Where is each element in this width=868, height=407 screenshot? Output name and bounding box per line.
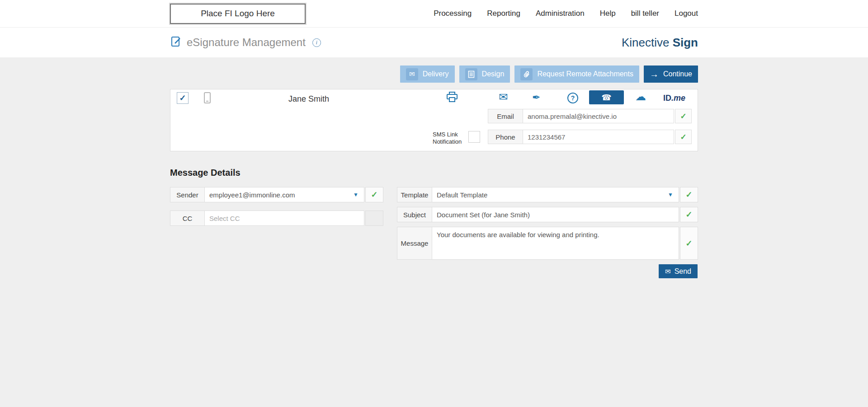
brand-product: Sign <box>673 36 698 49</box>
phone-input[interactable] <box>523 130 674 144</box>
design-button[interactable]: Design <box>459 65 510 83</box>
green-check-icon: ✓ <box>685 190 692 200</box>
green-check-icon: ✓ <box>680 112 686 121</box>
printer-icon[interactable] <box>445 91 458 106</box>
message-textarea[interactable]: Your documents are available for viewing… <box>432 227 679 260</box>
fi-logo-text: Place FI Logo Here <box>201 9 275 19</box>
nav-processing[interactable]: Processing <box>434 9 472 18</box>
green-check-icon: ✓ <box>685 210 692 220</box>
subject-row: Subject ✓ <box>397 207 698 222</box>
sender-select[interactable]: employee1@immonline.com ▼ <box>205 187 364 202</box>
mobile-device-icon <box>203 92 212 106</box>
green-check-icon: ✓ <box>371 190 377 200</box>
envelope-icon: ✉ <box>406 68 418 80</box>
subject-valid-indicator: ✓ <box>680 207 698 222</box>
cc-input[interactable] <box>205 211 364 226</box>
action-button-row: ✉ Delivery Design <box>170 65 698 83</box>
cc-row: CC <box>170 211 383 226</box>
esignature-document-icon <box>170 36 182 50</box>
phone-label: Phone <box>488 130 523 144</box>
nav-logout[interactable]: Logout <box>675 9 698 18</box>
recipient-checkbox[interactable]: ✓ <box>177 92 189 104</box>
top-nav: Processing Reporting Administration Help… <box>434 9 698 18</box>
email-delivery-icon[interactable]: ✉ <box>499 91 508 103</box>
phone-field-row: Phone ✓ <box>488 130 692 144</box>
nav-user-bill-teller[interactable]: bill teller <box>631 9 659 18</box>
green-check-icon: ✓ <box>680 132 686 142</box>
email-label: Email <box>488 109 523 123</box>
recipient-row: ✓ Jane Smith ✉ ✒ ? ☎ <box>170 89 698 151</box>
brand-name: Kinective <box>622 36 670 49</box>
document-icon <box>465 68 477 80</box>
sms-link-notification-label: SMS Link Notification <box>433 131 466 146</box>
nav-administration[interactable]: Administration <box>536 9 585 18</box>
cc-label: CC <box>170 211 205 226</box>
continue-button[interactable]: → Continue <box>644 65 698 83</box>
message-details-heading: Message Details <box>170 168 698 178</box>
chevron-down-icon: ▼ <box>353 192 359 198</box>
cc-empty-indicator <box>365 211 383 226</box>
phone-delivery-icon-selected[interactable]: ☎ <box>589 90 624 104</box>
page-header: eSignature Management i Kinective Sign <box>0 28 868 57</box>
info-icon[interactable]: i <box>312 38 321 47</box>
sender-selected-value: employee1@immonline.com <box>209 191 295 199</box>
template-valid-indicator: ✓ <box>680 187 698 202</box>
cloud-delivery-icon[interactable]: ☁ <box>635 90 646 103</box>
telephone-icon: ☎ <box>601 93 611 103</box>
envelope-icon: ✉ <box>665 267 671 276</box>
question-circle-icon[interactable]: ? <box>567 93 578 103</box>
continue-button-label: Continue <box>663 70 692 78</box>
message-row: Message Your documents are available for… <box>397 227 698 260</box>
work-area: ✉ Delivery Design <box>0 57 868 407</box>
idme-me-text: .me <box>671 94 685 103</box>
template-select[interactable]: Default Template ▼ <box>432 187 679 202</box>
brand-logo: Kinective Sign <box>622 36 698 50</box>
idme-id-text: ID <box>663 94 671 103</box>
arrow-right-icon: → <box>650 70 659 79</box>
paperclip-icon <box>520 68 533 80</box>
sender-row: Sender employee1@immonline.com ▼ ✓ <box>170 187 383 202</box>
sms-link-notification-checkbox[interactable] <box>468 131 480 143</box>
nav-reporting[interactable]: Reporting <box>487 9 520 18</box>
message-valid-indicator: ✓ <box>680 227 698 260</box>
green-check-icon: ✓ <box>685 239 692 248</box>
sender-label: Sender <box>170 187 205 202</box>
delivery-button-label: Delivery <box>423 70 449 78</box>
request-remote-attachments-button[interactable]: Request Remote Attachments <box>514 65 639 83</box>
phone-valid-indicator: ✓ <box>675 130 692 144</box>
subject-input[interactable] <box>432 207 679 222</box>
email-input[interactable] <box>523 109 674 123</box>
idme-icon[interactable]: ID.me <box>663 94 685 103</box>
subject-label: Subject <box>397 207 432 222</box>
chevron-down-icon: ▼ <box>668 192 673 198</box>
esign-pen-icon[interactable]: ✒ <box>532 92 540 103</box>
send-button-label: Send <box>675 267 691 276</box>
recipient-name: Jane Smith <box>288 94 329 104</box>
message-details-form: Sender employee1@immonline.com ▼ ✓ CC Te… <box>170 187 698 284</box>
message-label: Message <box>397 227 432 260</box>
blue-check-icon: ✓ <box>179 93 186 103</box>
page-title: eSignature Management <box>187 36 306 49</box>
template-selected-value: Default Template <box>437 191 487 199</box>
fi-logo-placeholder: Place FI Logo Here <box>170 4 306 24</box>
sender-valid-indicator: ✓ <box>365 187 383 202</box>
template-label: Template <box>397 187 432 202</box>
send-button[interactable]: ✉ Send <box>659 264 698 278</box>
design-button-label: Design <box>482 70 505 78</box>
nav-help[interactable]: Help <box>600 9 616 18</box>
top-bar: Place FI Logo Here Processing Reporting … <box>0 0 868 28</box>
email-valid-indicator: ✓ <box>675 109 692 123</box>
delivery-button[interactable]: ✉ Delivery <box>400 65 455 83</box>
email-field-row: Email ✓ <box>488 109 692 123</box>
template-row: Template Default Template ▼ ✓ <box>397 187 698 202</box>
request-remote-attachments-label: Request Remote Attachments <box>537 70 633 78</box>
